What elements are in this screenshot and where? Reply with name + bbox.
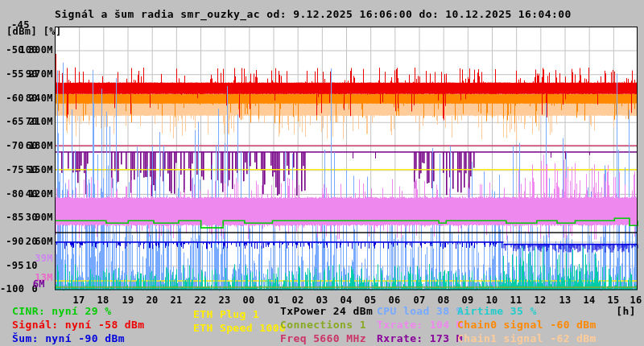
x-tick-hour: 13 bbox=[555, 295, 575, 306]
legend-connections: Connections 1 bbox=[280, 319, 366, 331]
legend-chain0: Chain0 signal -60 dBm bbox=[457, 319, 597, 331]
x-tick-hour: 19 bbox=[118, 295, 138, 306]
y-axis-top-value: -45 bbox=[11, 20, 30, 31]
marker-6m: 6M bbox=[26, 279, 45, 290]
legend-chain1: Chain1 signal -62 dBm bbox=[457, 333, 597, 344]
y-tick-mbps: 210M bbox=[0, 117, 53, 127]
legend-airtime: Airtime 35 % bbox=[457, 306, 537, 317]
x-tick-hour: 23 bbox=[215, 295, 234, 306]
x-tick-hour: 22 bbox=[191, 295, 210, 306]
legend-txrate: Txrate: 104 M bbox=[377, 319, 463, 331]
y-tick-mbps: 60M bbox=[0, 237, 53, 247]
legend-eth-speed: ETH Speed 1000 bbox=[193, 323, 286, 334]
graph-page: { "title": "Signál a šum radia smr_ouzky… bbox=[0, 0, 644, 346]
chart-title: Signál a šum radia smr_ouzky_ac od: 9.12… bbox=[55, 9, 572, 20]
legend-signal: Signál: nyní -58 dBm bbox=[12, 319, 145, 331]
y-tick-pct: 10 bbox=[0, 261, 38, 271]
x-tick-hour: 20 bbox=[142, 295, 162, 306]
legend-eth-plug: ETH Plug 1 bbox=[193, 309, 259, 320]
legend-noise: Šum: nyní -90 dBm bbox=[12, 333, 125, 344]
x-tick-hour: 21 bbox=[167, 295, 186, 306]
x-tick-hour: 14 bbox=[580, 295, 599, 306]
legend-rxrate: Rxrate: 173 M bbox=[377, 333, 463, 344]
x-tick-hour: 00 bbox=[239, 295, 258, 306]
marker-39m: 39M bbox=[34, 253, 53, 264]
y-tick-mbps: 120M bbox=[0, 189, 53, 200]
y-tick-mbps: 270M bbox=[0, 69, 53, 80]
y-tick-mbps: 180M bbox=[0, 141, 53, 151]
y-tick-mbps: 150M bbox=[0, 165, 53, 175]
legend-freq: Freq 5660 MHz bbox=[280, 333, 366, 344]
legend-cinr: CINR: nyní 29 % bbox=[12, 306, 111, 317]
legend-cpu: CPU load 38 % bbox=[377, 306, 463, 317]
y-tick-mbps: 240M bbox=[0, 93, 53, 104]
x-axis-unit-label: [h] bbox=[612, 306, 636, 317]
legend-txpower: TxPower 24 dBm bbox=[280, 306, 373, 317]
y-tick-mbps: 90M bbox=[0, 212, 53, 223]
y-tick-mbps: 300M bbox=[0, 45, 53, 56]
